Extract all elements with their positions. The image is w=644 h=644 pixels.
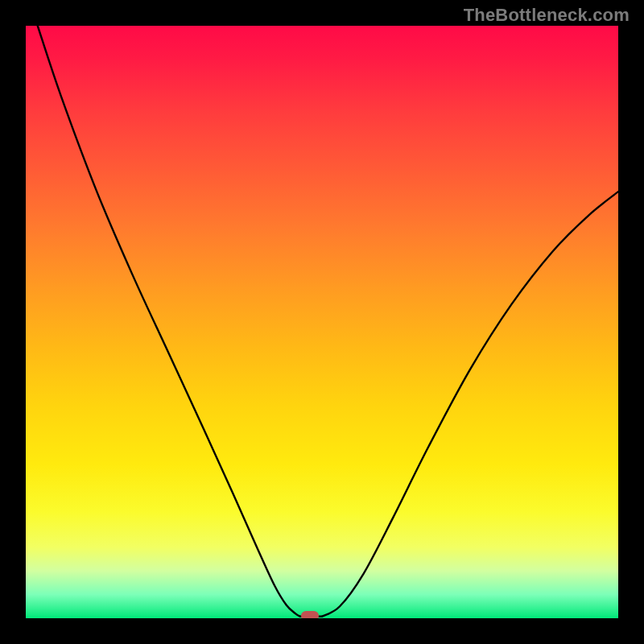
- chart-frame: TheBottleneck.com: [0, 0, 644, 644]
- plot-area: [26, 26, 618, 618]
- heat-gradient-background: [26, 26, 618, 618]
- watermark-text: TheBottleneck.com: [464, 5, 630, 26]
